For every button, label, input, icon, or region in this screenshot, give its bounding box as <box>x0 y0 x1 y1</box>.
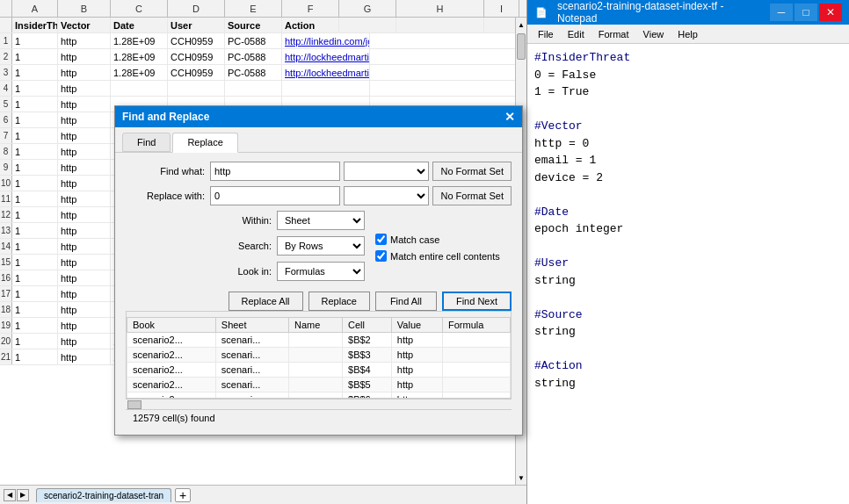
cell-a[interactable]: 1 <box>12 286 58 301</box>
find-all-btn[interactable]: Find All <box>375 292 437 311</box>
table-row[interactable]: 4 1 http <box>0 81 526 97</box>
cell-f[interactable]: http://lockheedmartinjobs.com <box>282 49 370 64</box>
list-item[interactable]: scenario2... scenari... $B$6 http <box>127 392 511 400</box>
add-sheet-btn[interactable]: + <box>175 488 191 502</box>
cell-b[interactable]: http <box>58 191 111 206</box>
cell-b[interactable]: http <box>58 65 111 80</box>
cell-b[interactable]: http <box>58 349 111 364</box>
cell-a[interactable]: 1 <box>12 239 58 254</box>
cell-a[interactable]: 1 <box>12 97 58 112</box>
scroll-thumb[interactable] <box>517 33 526 60</box>
cell-a[interactable]: 1 <box>12 255 58 270</box>
hscroll-thumb[interactable] <box>127 400 142 409</box>
replace-all-btn[interactable]: Replace All <box>229 292 303 311</box>
col-header-h[interactable]: H <box>396 0 484 17</box>
cell-a[interactable]: 1 <box>12 318 58 333</box>
cell-b[interactable]: http <box>58 33 111 48</box>
menu-edit[interactable]: Edit <box>561 27 591 41</box>
cell-b[interactable]: http <box>58 334 111 349</box>
cell-b[interactable]: http <box>58 207 111 222</box>
cell-a[interactable]: 1 <box>12 128 58 143</box>
cell-c[interactable]: 1.28E+09 <box>111 65 168 80</box>
cell-f[interactable]: http://lockheedmartinjobs.com/searchall.… <box>282 65 370 80</box>
list-item[interactable]: scenario2... scenari... $B$3 http <box>127 348 511 363</box>
replace-format-btn[interactable]: No Format Set <box>432 186 512 205</box>
col-header-f[interactable]: F <box>282 0 339 17</box>
cell-c[interactable]: 1.28E+09 <box>111 33 168 48</box>
scroll-down-btn[interactable]: ▼ <box>516 471 526 485</box>
cell-d[interactable]: CCH0959 <box>168 33 225 48</box>
header-cell-d[interactable]: User <box>168 18 225 32</box>
table-row[interactable]: 3 1 http 1.28E+09 CCH0959 PC-0588 http:/… <box>0 65 526 81</box>
maximize-btn[interactable]: □ <box>795 4 817 21</box>
col-header-g[interactable]: G <box>339 0 396 17</box>
cell-a[interactable]: 1 <box>12 334 58 349</box>
results-scroll[interactable]: Book Sheet Name Cell Value Formula scena… <box>126 311 512 399</box>
cell-d[interactable]: CCH0959 <box>168 65 225 80</box>
match-entire-checkbox[interactable] <box>375 250 387 262</box>
cell-b[interactable]: http <box>58 81 111 96</box>
cell-a[interactable]: 1 <box>12 65 58 80</box>
cell-b[interactable]: http <box>58 286 111 301</box>
cell-c[interactable]: 1.28E+09 <box>111 49 168 64</box>
menu-format[interactable]: Format <box>591 27 636 41</box>
find-format-btn[interactable]: No Format Set <box>432 162 512 181</box>
cell-b[interactable]: http <box>58 128 111 143</box>
table-row[interactable]: 2 1 http 1.28E+09 CCH0959 PC-0588 http:/… <box>0 49 526 65</box>
cell-f[interactable]: http://linkedin.com/jobs/displayhome.htm <box>282 33 370 48</box>
within-select[interactable]: Sheet <box>277 211 365 230</box>
col-header-d[interactable]: D <box>168 0 225 17</box>
dialog-close-btn[interactable]: ✕ <box>504 110 515 124</box>
cell-a[interactable]: 1 <box>12 191 58 206</box>
tab-scroll-right[interactable]: ▶ <box>17 489 29 501</box>
header-cell-b[interactable]: Vector <box>58 18 111 32</box>
col-header-e[interactable]: E <box>225 0 282 17</box>
cell-b[interactable]: http <box>58 223 111 238</box>
cell-b[interactable]: http <box>58 112 111 127</box>
cell-e[interactable]: PC-0588 <box>225 33 282 48</box>
minimize-btn[interactable]: ─ <box>770 4 793 21</box>
header-cell-e[interactable]: Source <box>225 18 282 32</box>
menu-help[interactable]: Help <box>671 27 705 41</box>
cell-b[interactable]: http <box>58 255 111 270</box>
cell-a[interactable]: 1 <box>12 349 58 364</box>
cell-a[interactable]: 1 <box>12 33 58 48</box>
header-cell-a[interactable]: InsiderThr <box>12 18 58 32</box>
results-hscroll[interactable] <box>126 399 512 409</box>
replace-btn[interactable]: Replace <box>308 292 370 311</box>
notepad-content[interactable]: #InsiderThreat0 = False1 = True #Vectorh… <box>527 44 849 504</box>
cell-d[interactable] <box>168 81 225 96</box>
menu-file[interactable]: File <box>531 27 561 41</box>
sheet-tab[interactable]: scenario2-training-dataset-tran <box>36 488 171 502</box>
cell-b[interactable]: http <box>58 239 111 254</box>
close-btn[interactable]: ✕ <box>819 4 842 21</box>
menu-view[interactable]: View <box>636 27 671 41</box>
cell-b[interactable]: http <box>58 302 111 317</box>
look-in-select[interactable]: Formulas <box>277 262 365 281</box>
cell-b[interactable]: http <box>58 144 111 159</box>
cell-d[interactable]: CCH0959 <box>168 49 225 64</box>
cell-b[interactable]: http <box>58 318 111 333</box>
cell-a[interactable]: 1 <box>12 176 58 191</box>
cell-a[interactable]: 1 <box>12 223 58 238</box>
replace-with-input[interactable] <box>210 186 340 205</box>
cell-a[interactable]: 1 <box>12 49 58 64</box>
cell-a[interactable]: 1 <box>12 270 58 285</box>
cell-b[interactable]: http <box>58 49 111 64</box>
tab-scroll-left[interactable]: ◀ <box>4 489 16 501</box>
col-header-b[interactable]: B <box>58 0 111 17</box>
cell-b[interactable]: http <box>58 270 111 285</box>
scroll-up-btn[interactable]: ▲ <box>516 18 526 32</box>
table-row[interactable]: 1 1 http 1.28E+09 CCH0959 PC-0588 http:/… <box>0 33 526 49</box>
cell-a[interactable]: 1 <box>12 302 58 317</box>
col-header-i[interactable]: I <box>484 0 519 17</box>
cell-b[interactable]: http <box>58 176 111 191</box>
cell-a[interactable]: 1 <box>12 81 58 96</box>
tab-replace[interactable]: Replace <box>172 133 237 153</box>
cell-e[interactable] <box>225 81 282 96</box>
cell-e[interactable]: PC-0588 <box>225 49 282 64</box>
list-item[interactable]: scenario2... scenari... $B$2 http <box>127 333 511 348</box>
cell-c[interactable] <box>111 81 168 96</box>
find-next-btn[interactable]: Find Next <box>442 292 512 311</box>
cell-b[interactable]: http <box>58 97 111 112</box>
